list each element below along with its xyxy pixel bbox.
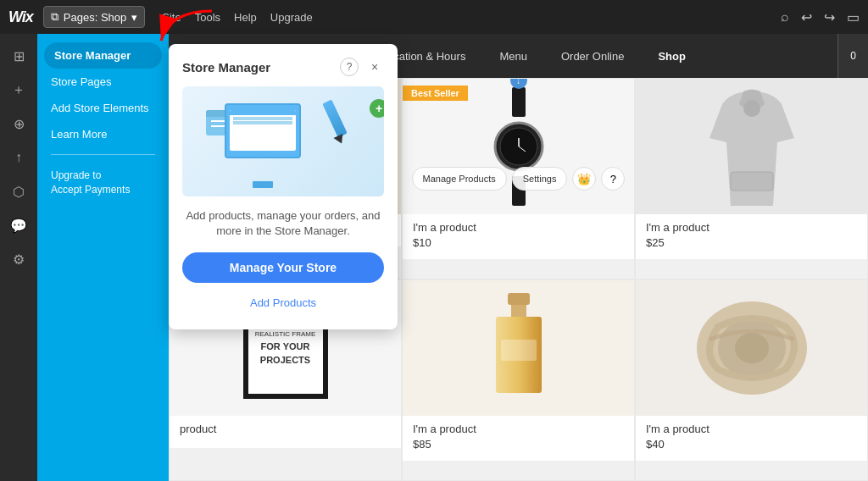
nav-order-online[interactable]: Order Online — [561, 50, 624, 63]
blue-panel-upgrade[interactable]: Upgrade toAccept Payments — [37, 162, 169, 204]
illus-pencil-tip — [333, 134, 346, 146]
nav-menu[interactable]: Menu — [499, 50, 527, 63]
pages-label: Pages: Shop — [64, 11, 126, 24]
hoodie-image — [697, 87, 807, 206]
top-bar-nav: Site Tools Help Upgrade — [162, 11, 312, 24]
product-card-perfume: I'm a product $85 — [402, 279, 635, 481]
top-bar: Wix ⧉ Pages: Shop ▾ Site Tools Help Upgr… — [0, 0, 868, 34]
blue-panel-store-pages[interactable]: Store Pages — [37, 69, 169, 95]
perfume-image — [489, 293, 548, 403]
svg-rect-17 — [508, 293, 530, 305]
sidebar-app-icon[interactable]: ⬡ — [3, 176, 34, 207]
product-price-perfume: $85 — [413, 438, 624, 451]
product-card-hoodie: I'm a product $25 — [635, 78, 868, 279]
undo-icon[interactable]: ↩ — [801, 9, 812, 25]
svg-point-23 — [735, 333, 769, 363]
site-nav-item[interactable]: Site — [162, 11, 181, 24]
popup-close-button[interactable]: × — [365, 58, 384, 76]
product-card-watch: Best Seller ↓ Manage Products Settings 👑… — [402, 78, 635, 279]
sidebar-build-icon[interactable]: ⚙ — [3, 244, 34, 274]
illus-pencil — [322, 100, 347, 138]
product-name-watch: I'm a product — [413, 221, 624, 234]
store-manager-popup: Store Manager ? × + Add products, manage… — [169, 44, 398, 329]
mobile-icon[interactable]: ▭ — [847, 9, 860, 25]
blue-panel-add-store-elements[interactable]: Add Store Elements — [37, 95, 169, 121]
search-icon[interactable]: ⌕ — [781, 9, 789, 25]
illus-plus-icon: + — [370, 99, 384, 118]
illus-monitor — [225, 103, 301, 158]
upgrade-nav-item[interactable]: Upgrade — [270, 11, 313, 24]
sidebar-pages-icon[interactable]: ⊞ — [3, 41, 34, 71]
product-info-perfume: I'm a product $85 — [403, 416, 634, 461]
nav-shop[interactable]: Shop — [658, 50, 686, 63]
popup-description: Add products, manage your orders, and mo… — [182, 208, 384, 239]
sidebar-chat-icon[interactable]: 💬 — [3, 210, 34, 240]
manage-your-store-button[interactable]: Manage Your Store — [182, 252, 384, 283]
sidebar-add-icon[interactable]: ＋ — [3, 75, 34, 105]
cart-badge[interactable]: 0 — [837, 34, 868, 78]
svg-point-16 — [743, 100, 760, 117]
tools-nav-item[interactable]: Tools — [195, 11, 220, 24]
add-products-button[interactable]: Add Products — [182, 290, 384, 316]
product-price-scarf: $40 — [646, 438, 857, 451]
product-name-perfume: I'm a product — [413, 423, 624, 435]
manage-products-overlay-btn[interactable]: Manage Products — [412, 167, 507, 191]
left-sidebar: ⊞ ＋ ⊕ ↑ ⬡ 💬 ⚙ — [0, 34, 37, 481]
popup-title: Store Manager — [182, 60, 270, 75]
help-overlay-btn[interactable]: ? — [601, 167, 625, 191]
help-nav-item[interactable]: Help — [234, 11, 257, 24]
best-seller-badge: Best Seller — [403, 86, 468, 101]
product-info-frame: product — [170, 416, 401, 448]
product-card-scarf: I'm a product $40 — [635, 279, 868, 481]
popup-actions: ? × — [340, 58, 384, 76]
blue-panel: Store Manager Store Pages Add Store Elem… — [37, 34, 169, 481]
scarf-image — [693, 293, 811, 403]
redo-icon[interactable]: ↪ — [824, 9, 835, 25]
wix-logo: Wix — [8, 8, 33, 26]
blue-panel-divider — [51, 154, 155, 155]
chevron-down-icon: ▾ — [131, 11, 137, 24]
crown-overlay-btn[interactable]: 👑 — [572, 167, 596, 191]
popup-help-button[interactable]: ? — [340, 58, 359, 76]
product-info-hoodie: I'm a product $25 — [636, 214, 867, 259]
sidebar-upload-icon[interactable]: ↑ — [3, 142, 34, 173]
product-info-scarf: I'm a product $40 — [636, 416, 867, 461]
svg-rect-18 — [511, 305, 526, 317]
product-price-watch: $10 — [413, 236, 624, 249]
svg-rect-20 — [501, 340, 537, 361]
popup-header: Store Manager ? × — [182, 58, 384, 76]
settings-overlay-btn[interactable]: Settings — [512, 167, 568, 191]
product-name-hoodie: I'm a product — [646, 221, 857, 234]
svg-rect-15 — [731, 172, 773, 191]
product-price-hoodie: $25 — [646, 236, 857, 249]
product-name-scarf: I'm a product — [646, 423, 857, 435]
blue-panel-learn-more[interactable]: Learn More — [37, 121, 169, 147]
illus-stand — [253, 181, 273, 188]
sidebar-add-section-icon[interactable]: ⊕ — [3, 108, 34, 139]
svg-rect-9 — [512, 87, 526, 117]
product-overlay: Manage Products Settings 👑 ? — [412, 167, 626, 191]
product-info-watch: I'm a product $10 — [403, 214, 634, 259]
blue-panel-store-manager[interactable]: Store Manager — [44, 42, 162, 69]
copy-icon: ⧉ — [51, 10, 58, 24]
top-bar-right: ⌕ ↩ ↪ ▭ — [781, 9, 860, 25]
frame-text: REALISTIC FRAMEFOR YOURPROJECTS — [255, 329, 316, 368]
store-illustration: + — [182, 86, 384, 196]
pages-button[interactable]: ⧉ Pages: Shop ▾ — [43, 6, 145, 28]
product-name-frame: product — [180, 423, 391, 435]
